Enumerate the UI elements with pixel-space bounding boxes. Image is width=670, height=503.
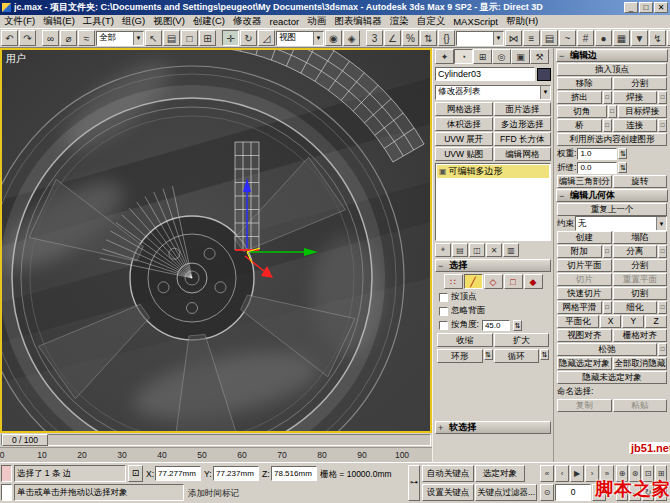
x-coordinate-field[interactable]: 77.277mm xyxy=(155,466,201,481)
go-to-start-icon[interactable]: « xyxy=(540,465,554,482)
border-subobject-icon[interactable]: ◇ xyxy=(484,274,503,289)
viewport-user[interactable]: 用户 xyxy=(0,48,432,433)
slice-button[interactable]: 切片 xyxy=(557,273,612,286)
set-key-mode-button[interactable]: 设置关键点 xyxy=(422,484,474,501)
create-shape-from-selection-button[interactable]: 利用所选内容创建图形 xyxy=(557,133,667,146)
edit-triangulation-button[interactable]: 编辑三角剖分 xyxy=(557,175,612,188)
pin-stack-icon[interactable]: ⌖ xyxy=(435,243,451,257)
select-and-manipulate-icon[interactable]: ◈ xyxy=(343,30,360,46)
turn-button[interactable]: 旋转 xyxy=(613,175,668,188)
previous-frame-icon[interactable]: ‹ xyxy=(555,465,569,482)
hide-unselected-button[interactable]: 隐藏未选定对象 xyxy=(557,371,667,384)
spinner-icon[interactable]: ⇅ xyxy=(484,349,493,360)
show-end-result-icon[interactable]: ▤ xyxy=(452,243,468,257)
make-unique-icon[interactable]: ◫ xyxy=(469,243,485,257)
curve-editor-icon[interactable]: ~ xyxy=(559,30,576,46)
maxscript-listener-mini[interactable] xyxy=(1,484,12,501)
render-type-icon[interactable]: ▼ xyxy=(631,30,648,46)
edge-crease-field[interactable]: 0.0 xyxy=(577,162,617,174)
loop-button[interactable]: 循环 xyxy=(494,349,540,363)
selection-lock-toggle[interactable]: ⊡ xyxy=(128,465,143,482)
snap-toggle-3d-icon[interactable]: 3 xyxy=(366,30,383,46)
connect-button[interactable]: 连接 xyxy=(613,119,658,132)
redo-icon[interactable]: ↷ xyxy=(19,30,36,46)
weld-button[interactable]: 焊接 xyxy=(613,91,658,104)
menu-item-1[interactable]: 文件(F) xyxy=(0,15,39,28)
object-name-field[interactable]: Cylinder03 xyxy=(435,67,535,81)
edge-weight-field[interactable]: 1.0 xyxy=(577,148,617,160)
modifier-button-3[interactable]: 体积选择 xyxy=(435,117,493,131)
by-vertex-checkbox[interactable] xyxy=(439,293,448,302)
split-toggle-button[interactable]: 分割 xyxy=(613,259,668,272)
remove-modifier-icon[interactable]: ✕ xyxy=(486,243,502,257)
stack-item[interactable]: ▣可编辑多边形 xyxy=(437,165,549,178)
edit-geometry-rollout-header[interactable]: −编辑几何体 xyxy=(556,189,668,202)
window-crossing-toggle-icon[interactable]: ⊞ xyxy=(199,30,216,46)
connect-button-settings-icon[interactable]: □ xyxy=(658,119,667,132)
soft-selection-rollout-header[interactable]: + 软选择 xyxy=(435,421,551,434)
unlink-selection-icon[interactable]: ⌀ xyxy=(60,30,77,46)
element-subobject-icon[interactable]: ◆ xyxy=(524,274,543,289)
schematic-view-icon[interactable]: # xyxy=(577,30,594,46)
modifier-button-8[interactable]: 编辑网格 xyxy=(494,147,552,161)
weld-button-settings-icon[interactable]: □ xyxy=(658,91,667,104)
reset-plane-button[interactable]: 重置平面 xyxy=(613,273,668,286)
angle-snap-icon[interactable]: ∠ xyxy=(384,30,401,46)
shrink-button[interactable]: 收缩 xyxy=(437,333,493,347)
menu-item-7[interactable]: 修改器 xyxy=(229,15,266,28)
menu-item-9[interactable]: 动画 xyxy=(303,15,330,28)
remove-button[interactable]: 移除 xyxy=(557,77,612,90)
by-angle-field[interactable]: 45.0 xyxy=(482,320,510,331)
collapse-button[interactable]: 塌陷 xyxy=(613,231,668,244)
repeat-last-button[interactable]: 重复上一个 xyxy=(557,203,667,216)
track-bar[interactable]: 0102030405060708090100 xyxy=(0,447,432,462)
selection-filter-dropdown[interactable]: 全部▼ xyxy=(96,31,144,46)
menu-item-5[interactable]: 视图(V) xyxy=(149,15,189,28)
dropdown-arrow-icon[interactable]: ▼ xyxy=(656,217,666,230)
modifier-button-2[interactable]: 面片选择 xyxy=(494,102,552,116)
undo-icon[interactable]: ↶ xyxy=(1,30,18,46)
bridge-button[interactable]: 桥 xyxy=(557,119,602,132)
ring-button[interactable]: 环形 xyxy=(437,349,483,363)
z-coordinate-field[interactable]: 78.516mm xyxy=(271,466,317,481)
create-button[interactable]: 创建 xyxy=(557,231,612,244)
spinner-icon[interactable]: ⇅ xyxy=(618,148,627,159)
target-weld-button[interactable]: 目标焊接 xyxy=(618,105,668,118)
y-coordinate-field[interactable]: 77.237mm xyxy=(213,466,259,481)
bridge-button-settings-icon[interactable]: □ xyxy=(603,119,612,132)
select-and-move-icon[interactable]: ✛ xyxy=(222,30,239,46)
menu-item-3[interactable]: 工具(T) xyxy=(79,15,118,28)
by-angle-checkbox[interactable] xyxy=(439,321,448,330)
planar-x-button[interactable]: X xyxy=(600,315,622,328)
hide-selected-button[interactable]: 隐藏选定对象 xyxy=(557,357,612,370)
tessellate-button[interactable]: 细化 xyxy=(613,301,658,314)
percent-snap-icon[interactable]: % xyxy=(402,30,419,46)
viewport-canvas[interactable] xyxy=(2,50,430,431)
quickslice-button[interactable]: 快速切片 xyxy=(557,287,612,300)
render-setup-icon[interactable]: ▦ xyxy=(613,30,630,46)
key-filters-button[interactable]: 关键点过滤器... xyxy=(475,484,537,501)
key-mode-toggle-icon[interactable]: ⊙ xyxy=(540,484,554,501)
tab-hierarchy[interactable]: ⊞ xyxy=(473,49,492,64)
ignore-backfacing-checkbox[interactable] xyxy=(439,307,448,316)
spinner-snap-icon[interactable]: ⇅ xyxy=(420,30,437,46)
constraints-dropdown[interactable]: 无▼ xyxy=(575,216,667,231)
edge-subobject-icon[interactable]: ╱ xyxy=(464,274,483,289)
chamfer-button[interactable]: 切角 xyxy=(557,105,607,118)
auto-key-button[interactable]: 自动关键点 xyxy=(422,465,474,482)
select-and-scale-icon[interactable]: ◿ xyxy=(258,30,275,46)
current-frame-field[interactable]: 0 xyxy=(555,484,591,501)
selection-rollout-header[interactable]: − 选择 xyxy=(435,259,551,272)
menu-item-8[interactable]: reactor xyxy=(266,16,304,27)
tab-motion[interactable]: ◎ xyxy=(492,49,511,64)
view-align-button[interactable]: 视图对齐 xyxy=(557,329,612,342)
menu-item-11[interactable]: 渲染 xyxy=(386,15,413,28)
select-by-name-icon[interactable]: ▤ xyxy=(163,30,180,46)
quick-render-icon[interactable]: ↯ xyxy=(649,30,666,46)
extrude-button[interactable]: 挤出 xyxy=(557,91,602,104)
bind-to-space-warp-icon[interactable]: ≈ xyxy=(78,30,95,46)
meshsmooth-button-settings-icon[interactable]: □ xyxy=(603,301,612,314)
configure-modifier-sets-icon[interactable]: ▥ xyxy=(503,243,519,257)
tab-create[interactable]: ✦ xyxy=(435,49,454,64)
meshsmooth-button[interactable]: 网格平滑 xyxy=(557,301,602,314)
